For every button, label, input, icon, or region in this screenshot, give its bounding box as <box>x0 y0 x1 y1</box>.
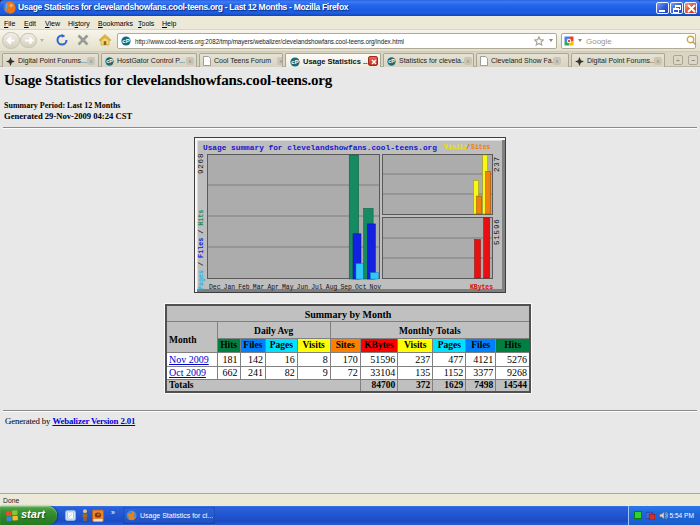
svg-text:Jan: Jan <box>224 284 236 291</box>
svg-text:cP: cP <box>106 58 113 64</box>
svg-text:Dec: Dec <box>209 284 221 291</box>
svg-text:/: / <box>466 144 470 151</box>
svg-text:Nov: Nov <box>370 284 382 291</box>
svg-text:Usage summary for clevelandsho: Usage summary for clevelandshowfans.cool… <box>203 144 437 152</box>
svg-text:Oct: Oct <box>355 284 367 291</box>
svg-text:Mar: Mar <box>253 284 265 291</box>
svg-text:cP: cP <box>122 38 129 44</box>
svg-text:Apr: Apr <box>267 284 279 291</box>
svg-text:9268: 9268 <box>197 153 205 174</box>
svg-text:KBytes: KBytes <box>470 284 493 291</box>
svg-text:Sep: Sep <box>340 284 352 291</box>
svg-text:cP: cP <box>291 59 298 65</box>
svg-text:Jun: Jun <box>297 284 309 291</box>
svg-text:Feb: Feb <box>238 284 250 291</box>
svg-text:Visits: Visits <box>444 144 468 151</box>
svg-text:Aug: Aug <box>326 284 338 291</box>
svg-text:Pages / Files / Hits: Pages / Files / Hits <box>197 210 205 290</box>
svg-text:237: 237 <box>493 156 501 172</box>
svg-text:Jul: Jul <box>311 284 323 291</box>
svg-text:51596: 51596 <box>493 218 501 245</box>
svg-text:May: May <box>282 284 294 291</box>
svg-text:cP: cP <box>388 58 395 64</box>
svg-text:Sites: Sites <box>471 144 491 151</box>
